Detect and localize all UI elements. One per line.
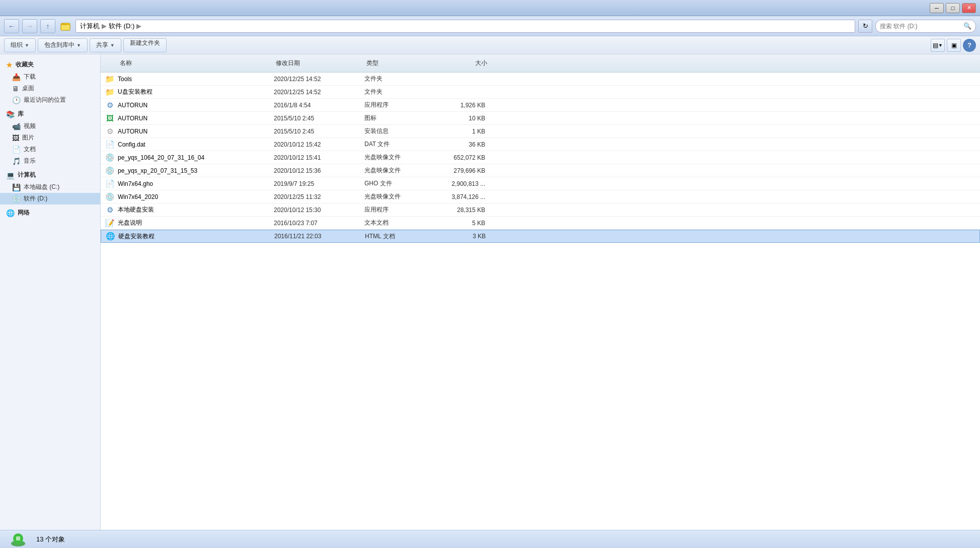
col-name-header[interactable]: 名称 <box>105 59 276 67</box>
favorites-star-icon: ★ <box>6 61 13 69</box>
table-row[interactable]: 💿 pe_yqs_xp_20_07_31_15_53 2020/10/12 15… <box>101 164 980 177</box>
table-row[interactable]: ⚙ 本地硬盘安装 2020/10/12 15:30 应用程序 28,315 KB <box>101 203 980 217</box>
file-name-1: U盘安装教程 <box>118 88 274 96</box>
file-name-7: pe_yqs_xp_20_07_31_15_53 <box>118 167 274 174</box>
table-row[interactable]: 📄 Config.dat 2020/10/12 15:42 DAT 文件 36 … <box>101 138 980 151</box>
svg-rect-4 <box>16 536 20 540</box>
file-name-9: Win7x64_2020 <box>118 193 274 200</box>
file-date-10: 2020/10/12 15:30 <box>274 207 364 214</box>
documents-icon: 📄 <box>12 146 21 154</box>
file-date-11: 2016/10/23 7:07 <box>274 220 364 227</box>
new-folder-label: 新建文件夹 <box>130 39 160 46</box>
file-type-2: 应用程序 <box>364 101 430 109</box>
favorites-label: 收藏夹 <box>16 60 34 69</box>
file-icon-5: 📄 <box>105 140 115 150</box>
sidebar-item-recent[interactable]: 🕐 最近访问的位置 <box>0 94 100 106</box>
table-row[interactable]: 🌐 硬盘安装教程 2016/11/21 22:03 HTML 文档 3 KB <box>101 230 980 243</box>
new-folder-button[interactable]: 新建文件夹 <box>123 38 167 52</box>
help-button[interactable]: ? <box>963 39 976 52</box>
col-date-header[interactable]: 修改日期 <box>276 59 366 67</box>
videos-label: 视频 <box>24 122 36 130</box>
computer-icon: 💻 <box>6 171 15 179</box>
include-library-button[interactable]: 包含到库中 ▼ <box>38 38 88 52</box>
music-label: 音乐 <box>24 157 36 165</box>
minimize-button[interactable]: ─ <box>930 3 944 13</box>
sidebar-item-locald[interactable]: 💿 软件 (D:) <box>0 193 100 204</box>
table-row[interactable]: ⚙ AUTORUN 2016/1/8 4:54 应用程序 1,926 KB <box>101 99 980 112</box>
svg-rect-1 <box>61 25 70 30</box>
file-date-7: 2020/10/12 15:36 <box>274 167 364 174</box>
table-row[interactable]: ⚙ AUTORUN 2015/5/10 2:45 安装信息 1 KB <box>101 125 980 138</box>
table-row[interactable]: 📄 Win7x64.gho 2019/9/7 19:25 GHO 文件 2,90… <box>101 177 980 190</box>
sidebar-item-localc[interactable]: 💾 本地磁盘 (C:) <box>0 181 100 193</box>
column-headers: 名称 修改日期 类型 大小 <box>101 54 980 73</box>
file-type-5: DAT 文件 <box>364 140 430 149</box>
sidebar-item-documents[interactable]: 📄 文档 <box>0 144 100 155</box>
preview-button[interactable]: ▣ <box>947 39 961 52</box>
search-input[interactable] <box>880 23 963 30</box>
file-size-8: 2,900,813 ... <box>430 180 495 187</box>
file-size-4: 1 KB <box>430 128 495 135</box>
window-controls: ─ □ ✕ <box>930 3 976 13</box>
sidebar-item-desktop[interactable]: 🖥 桌面 <box>0 83 100 94</box>
back-button[interactable]: ← <box>4 19 19 33</box>
maximize-button[interactable]: □ <box>946 3 960 13</box>
file-name-3: AUTORUN <box>118 115 274 122</box>
recent-label: 最近访问的位置 <box>24 96 66 104</box>
network-header[interactable]: 🌐 网络 <box>0 207 100 219</box>
locald-icon: 💿 <box>12 195 21 203</box>
sidebar-item-music[interactable]: 🎵 音乐 <box>0 155 100 167</box>
table-row[interactable]: 🖼 AUTORUN 2015/5/10 2:45 图标 10 KB <box>101 112 980 125</box>
col-type-header[interactable]: 类型 <box>366 59 432 67</box>
localc-icon: 💾 <box>12 183 21 191</box>
content-area: 名称 修改日期 类型 大小 📁 Tools 2020/12/25 14:52 文… <box>101 54 980 530</box>
table-row[interactable]: 📝 光盘说明 2016/10/23 7:07 文本文档 5 KB <box>101 217 980 230</box>
sidebar: ★ 收藏夹 📥 下载 🖥 桌面 🕐 最近访问的位置 📚 库 📹 <box>0 54 101 530</box>
forward-button[interactable]: → <box>22 19 37 33</box>
pictures-icon: 🖼 <box>12 134 19 142</box>
file-type-9: 光盘映像文件 <box>364 192 430 201</box>
file-icon-8: 📄 <box>105 179 115 189</box>
table-row[interactable]: 📁 U盘安装教程 2020/12/25 14:52 文件夹 <box>101 86 980 99</box>
localc-label: 本地磁盘 (C:) <box>24 183 59 191</box>
file-icon-6: 💿 <box>105 153 115 163</box>
file-date-8: 2019/9/7 19:25 <box>274 180 364 187</box>
file-type-8: GHO 文件 <box>364 179 430 188</box>
include-arrow: ▼ <box>77 43 81 48</box>
file-name-8: Win7x64.gho <box>118 180 274 187</box>
share-button[interactable]: 共享 ▼ <box>90 38 121 52</box>
sidebar-item-downloads[interactable]: 📥 下载 <box>0 71 100 83</box>
file-type-3: 图标 <box>364 114 430 122</box>
table-row[interactable]: 💿 Win7x64_2020 2020/12/25 11:32 光盘映像文件 3… <box>101 190 980 203</box>
file-date-2: 2016/1/8 4:54 <box>274 102 364 109</box>
sidebar-item-pictures[interactable]: 🖼 图片 <box>0 132 100 144</box>
status-count: 13 个对象 <box>36 535 65 544</box>
breadcrumb-drive[interactable]: 软件 (D:) <box>109 22 134 31</box>
breadcrumb-computer[interactable]: 计算机 <box>80 22 100 31</box>
computer-header[interactable]: 💻 计算机 <box>0 169 100 181</box>
table-row[interactable]: 📁 Tools 2020/12/25 14:52 文件夹 <box>101 73 980 86</box>
close-button[interactable]: ✕ <box>962 3 976 13</box>
libraries-header[interactable]: 📚 库 <box>0 108 100 120</box>
view-button[interactable]: ▤ ▼ <box>931 39 945 52</box>
file-type-1: 文件夹 <box>364 88 430 96</box>
file-icon-11: 📝 <box>105 218 115 228</box>
file-icon-0: 📁 <box>105 74 115 84</box>
up-button[interactable]: ↑ <box>40 19 55 33</box>
file-icon-9: 💿 <box>105 192 115 202</box>
favorites-header[interactable]: ★ 收藏夹 <box>0 58 100 71</box>
file-name-11: 光盘说明 <box>118 219 274 227</box>
organize-button[interactable]: 组织 ▼ <box>4 38 36 52</box>
file-size-9: 3,874,126 ... <box>430 193 495 200</box>
libraries-section: 📚 库 📹 视频 🖼 图片 📄 文档 🎵 音乐 <box>0 108 100 167</box>
libraries-label: 库 <box>18 110 24 118</box>
search-bar[interactable]: 🔍 <box>875 20 976 33</box>
sidebar-item-videos[interactable]: 📹 视频 <box>0 120 100 132</box>
refresh-button[interactable]: ↻ <box>858 20 872 33</box>
table-row[interactable]: 💿 pe_yqs_1064_20_07_31_16_04 2020/10/12 … <box>101 151 980 164</box>
file-date-1: 2020/12/25 14:52 <box>274 89 364 96</box>
breadcrumb-bar[interactable]: 计算机 ▶ 软件 (D:) ▶ <box>76 20 855 33</box>
downloads-label: 下载 <box>24 73 36 81</box>
col-size-header[interactable]: 大小 <box>432 59 497 67</box>
file-type-12: HTML 文档 <box>365 232 430 241</box>
